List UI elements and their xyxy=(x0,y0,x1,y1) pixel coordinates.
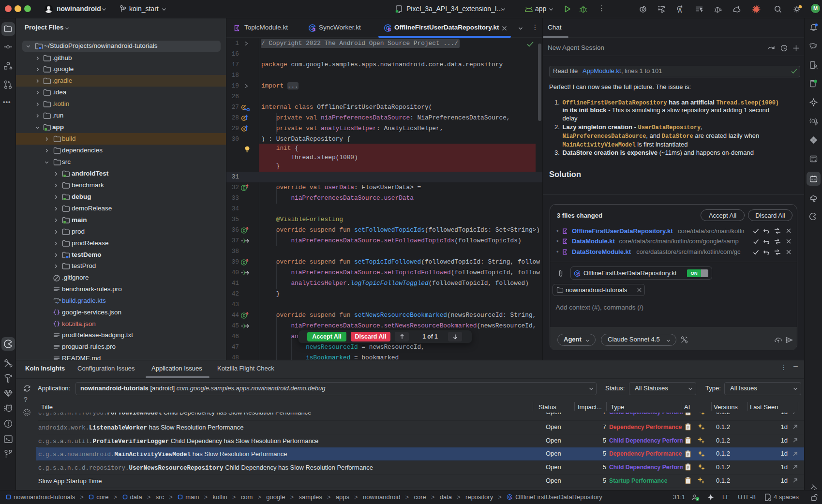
svg-text:A: A xyxy=(678,7,682,14)
